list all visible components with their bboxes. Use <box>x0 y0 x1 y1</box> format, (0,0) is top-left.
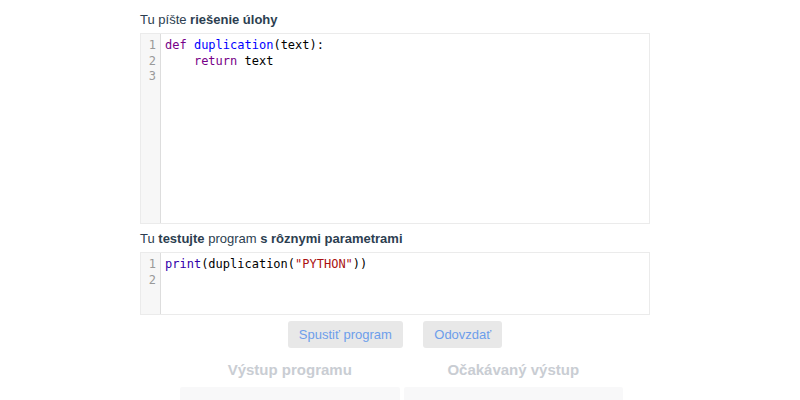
code-line: print(duplication("PYTHON")) <box>165 257 649 273</box>
code-line <box>165 69 649 85</box>
output-section: Výstup programu Očakávaný výstup <box>180 361 623 400</box>
program-output-panel <box>180 387 400 400</box>
code-line <box>165 273 649 289</box>
action-button-row: Spustiť program Odovzdať <box>140 321 650 348</box>
test-label-p1: Tu <box>140 231 158 246</box>
expected-output-heading: Očakávaný výstup <box>404 361 624 378</box>
test-code-editor[interactable]: 12 print(duplication("PYTHON")) <box>140 252 650 315</box>
line-number: 2 <box>141 273 156 289</box>
program-output-heading: Výstup programu <box>180 361 400 378</box>
line-number: 1 <box>141 257 156 273</box>
solution-code-editor[interactable]: 123 def duplication(text): return text <box>140 33 650 224</box>
line-number: 1 <box>141 38 156 54</box>
test-line-number-gutter: 12 <box>141 253 161 314</box>
program-output-column: Výstup programu <box>180 361 400 400</box>
submit-button[interactable]: Odovzdať <box>423 321 502 348</box>
test-label: Tu testujte program s rôznymi parametram… <box>140 231 650 247</box>
code-line: def duplication(text): <box>165 38 649 54</box>
test-label-b1: testujte <box>158 231 204 246</box>
solution-label: Tu píšte riešenie úlohy <box>140 12 650 28</box>
expected-output-column: Očakávaný výstup <box>404 361 624 400</box>
test-code-area[interactable]: print(duplication("PYTHON")) <box>161 253 649 314</box>
exercise-panel: Tu píšte riešenie úlohy 123 def duplicat… <box>140 12 650 400</box>
run-program-button[interactable]: Spustiť program <box>288 321 403 348</box>
test-label-p2: program <box>205 231 261 246</box>
solution-line-number-gutter: 123 <box>141 34 161 223</box>
solution-code-area[interactable]: def duplication(text): return text <box>161 34 649 223</box>
line-number: 3 <box>141 69 156 85</box>
line-number: 2 <box>141 54 156 70</box>
solution-label-bold: riešenie úlohy <box>190 12 277 27</box>
solution-label-prefix: Tu píšte <box>140 12 190 27</box>
code-line: return text <box>165 54 649 70</box>
test-label-b2: s rôznymi parametrami <box>260 231 402 246</box>
expected-output-panel <box>404 387 624 400</box>
